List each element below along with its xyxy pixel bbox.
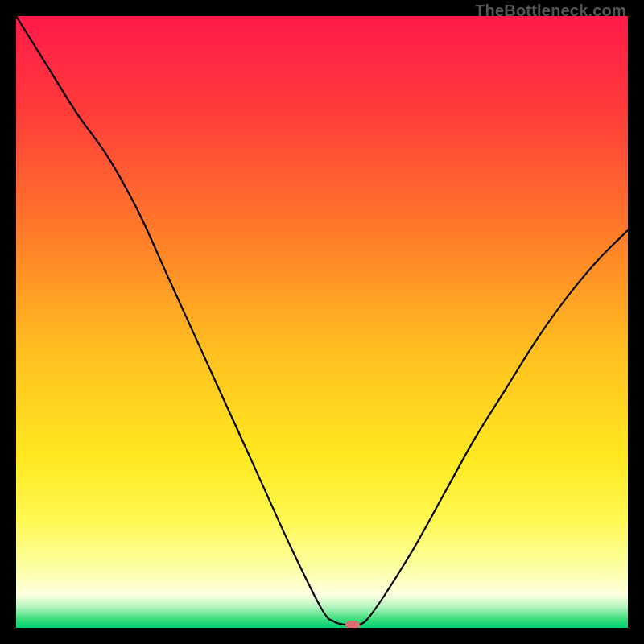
chart-frame: TheBottleneck.com	[0, 0, 644, 644]
watermark: TheBottleneck.com	[475, 2, 626, 20]
chart-background	[16, 16, 628, 628]
bottleneck-chart	[16, 16, 628, 628]
optimal-marker	[345, 621, 360, 628]
